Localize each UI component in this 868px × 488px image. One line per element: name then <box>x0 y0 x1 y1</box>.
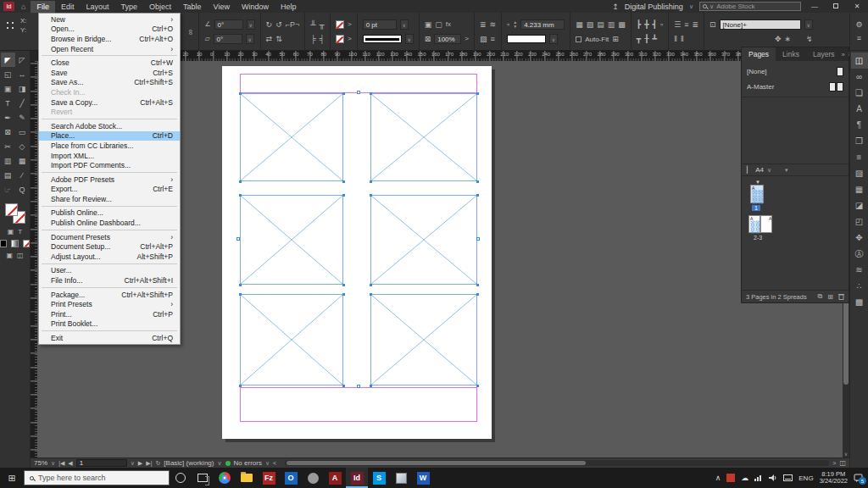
vertical-ruler[interactable] <box>31 61 37 458</box>
preflight-icon[interactable]: ↻ <box>155 460 160 467</box>
menubar-type[interactable]: Type <box>115 1 144 13</box>
selection-tool[interactable]: ◤ <box>1 53 15 67</box>
placeholder-frame[interactable] <box>240 93 343 181</box>
menu-item-export[interactable]: Export...Ctrl+E <box>39 185 180 195</box>
apply-none-button[interactable] <box>23 240 30 247</box>
content-placer-tool[interactable]: ◨ <box>15 81 30 96</box>
selection-handle[interactable] <box>342 293 345 296</box>
object-style-field[interactable]: [None]+ <box>720 19 801 30</box>
selection-handle[interactable] <box>239 284 242 286</box>
spread-view-icon[interactable]: ◫ <box>839 459 846 467</box>
menu-item-adjust-layout[interactable]: Adjust Layout...Alt+Shift+P <box>39 252 180 262</box>
home-icon[interactable]: ⌂ <box>21 3 25 11</box>
panel-menu-icon[interactable]: ≡ <box>857 34 861 42</box>
taskbar-app-photos[interactable] <box>390 468 412 488</box>
selection-handle-hollow[interactable] <box>357 91 360 94</box>
delete-page-icon[interactable] <box>838 293 844 300</box>
menubar-layout[interactable]: Layout <box>80 1 114 13</box>
type-tool[interactable]: T <box>1 96 15 110</box>
autofit-checkbox[interactable] <box>576 36 581 42</box>
rotate-ccw-icon[interactable]: ↺ <box>275 20 282 29</box>
volume-icon[interactable] <box>769 474 777 481</box>
menu-item-file-info[interactable]: File Info...Ctrl+Alt+Shift+I <box>39 275 180 286</box>
selection-handle[interactable] <box>239 180 242 183</box>
taskbar-search[interactable]: Type here to search <box>24 470 170 485</box>
menubar-table[interactable]: Table <box>177 1 208 13</box>
selection-handle[interactable] <box>342 92 345 95</box>
gradient-panel-icon[interactable]: ▨ <box>851 165 868 181</box>
menu-item-search-adobe-stock[interactable]: Search Adobe Stock... <box>39 121 180 131</box>
page-size-menu-icon[interactable]: ▾ <box>785 167 788 174</box>
gap-tool[interactable]: ↔ <box>15 67 30 81</box>
menu-item-check-in[interactable]: Check In... <box>39 87 180 97</box>
free-transform-tool[interactable]: ◇ <box>15 139 30 153</box>
placeholder-frame[interactable] <box>370 93 477 181</box>
swatches-panel-icon[interactable]: ▦ <box>851 181 868 197</box>
selection-handle[interactable] <box>370 284 372 286</box>
break-link-style-icon[interactable]: ∗ <box>785 35 792 43</box>
menu-item-open-recent[interactable]: Open Recent› <box>39 44 180 54</box>
eyedropper-tool[interactable]: ∕ <box>15 168 30 182</box>
close-button[interactable]: ✕ <box>849 3 865 10</box>
touch-keyboard-icon[interactable] <box>783 474 793 481</box>
opacity-chevron[interactable]: ˃ <box>465 35 469 43</box>
selection-handle[interactable] <box>476 194 479 197</box>
pencil-tool[interactable]: ✎ <box>15 110 30 125</box>
selection-handle[interactable] <box>239 293 242 296</box>
stroke-weight-dropdown[interactable]: ∨ <box>400 19 409 30</box>
distribute-center-icon[interactable]: ≡ <box>684 20 688 29</box>
paragraph-styles-panel-icon[interactable]: ¶ <box>851 117 868 133</box>
object-style-dropdown[interactable]: ∨ <box>804 19 813 30</box>
taskbar-app-indesign[interactable]: Id <box>346 468 368 488</box>
distribute-v-icon[interactable]: ╥ <box>320 20 325 29</box>
fill-dropdown-icon[interactable]: ˃ <box>348 20 352 29</box>
fit-frame-icon[interactable]: ▤ <box>597 20 604 29</box>
rotate-cw-icon[interactable]: ↻ <box>266 20 273 29</box>
menu-item-save[interactable]: SaveCtrl+S <box>39 68 180 78</box>
selection-handle[interactable] <box>370 385 372 387</box>
menu-item-document-setup[interactable]: Document Setup...Ctrl+Alt+P <box>39 241 180 252</box>
stroke-weight-field[interactable]: 0 pt <box>363 19 397 30</box>
scissors-tool[interactable]: ✂ <box>1 139 15 153</box>
text-wrap-panel-icon[interactable]: ▩ <box>851 294 868 310</box>
menu-item-publish-online-dashboard[interactable]: Publish Online Dashboard... <box>39 218 180 228</box>
menu-item-import-xml[interactable]: Import XML... <box>39 151 180 161</box>
glyphs-panel-icon[interactable]: Ⓐ <box>851 246 868 262</box>
normal-view-button[interactable]: ▣ <box>6 252 13 259</box>
align-right-icon[interactable]: ┫ <box>653 20 657 29</box>
menu-item-revert[interactable]: Revert <box>39 107 180 117</box>
menu-item-exit[interactable]: ExitCtrl+Q <box>39 333 180 343</box>
select-container-icon[interactable]: ⌐P¬ <box>286 20 300 29</box>
edit-page-size-icon[interactable]: ⧉ <box>818 292 823 301</box>
selection-handle[interactable] <box>342 194 345 197</box>
menu-item-import-pdf-comments[interactable]: Import PDF Comments... <box>39 160 180 170</box>
stroke-swatch-none[interactable] <box>336 35 344 43</box>
preflight-profile[interactable]: [Basic] (working) <box>164 459 214 467</box>
selection-handle[interactable] <box>342 180 345 183</box>
onedrive-icon[interactable]: ☁ <box>741 474 748 482</box>
fill-swatch-none[interactable] <box>336 20 344 29</box>
color-panel-icon[interactable]: ✥ <box>851 230 868 246</box>
flip-horizontal-icon[interactable]: ⇄ <box>266 35 273 43</box>
taskbar-app-file-explorer[interactable] <box>236 468 258 488</box>
shear-angle-dropdown[interactable]: ∨ <box>246 34 254 44</box>
placeholder-frame[interactable] <box>240 195 343 285</box>
page-tool[interactable]: ◱ <box>1 67 15 81</box>
task-view-button[interactable] <box>192 468 214 488</box>
selection-handle[interactable] <box>342 385 345 387</box>
document-page[interactable] <box>222 66 492 439</box>
apply-gradient-button[interactable] <box>11 240 18 247</box>
language-indicator[interactable]: ENG <box>798 474 813 482</box>
center-content-icon[interactable]: ▥ <box>608 20 615 29</box>
placeholder-frame[interactable] <box>240 294 343 385</box>
selection-handle[interactable] <box>370 92 372 95</box>
stroke-panel-icon[interactable]: ≡ <box>851 149 868 165</box>
gradient-feather-tool[interactable]: ▦ <box>15 153 30 168</box>
last-page-button[interactable]: ▶| <box>146 460 152 467</box>
opacity-field[interactable]: 100% <box>434 34 461 44</box>
rotation-angle-field[interactable]: 0° <box>214 19 243 30</box>
selection-handle-hollow[interactable] <box>357 385 360 388</box>
gap-spinner[interactable]: ▲▼ <box>513 20 517 29</box>
align-options-icon[interactable]: ▫ <box>660 20 663 29</box>
effects-icon[interactable]: fx <box>446 20 451 29</box>
